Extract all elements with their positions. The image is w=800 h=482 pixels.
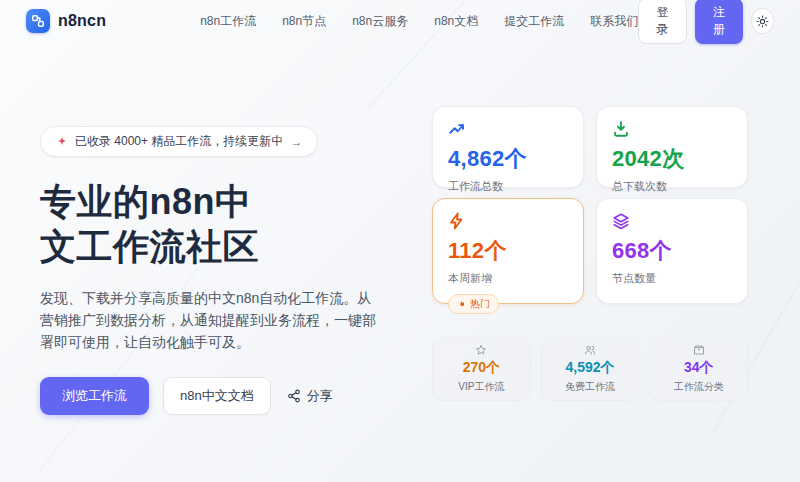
- hero-description: 发现、下载并分享高质量的中文n8n自动化工作流。从营销推广到数据分析，从通知提醒…: [40, 287, 380, 353]
- mini-stat-label: 工作流分类: [674, 380, 724, 394]
- register-button[interactable]: 注册: [695, 0, 744, 44]
- page-title: 专业的n8n中 文工作流社区: [40, 179, 385, 269]
- mini-stat-value: 34个: [684, 359, 714, 377]
- announcement-text: 已收录 4000+ 精品工作流，持续更新中: [75, 133, 283, 150]
- users-icon: [584, 344, 596, 356]
- stat-card-total-workflows[interactable]: 4,862个 工作流总数: [432, 106, 584, 188]
- arrow-right-icon: →: [290, 135, 302, 149]
- zap-icon: [448, 212, 466, 230]
- flame-icon: [457, 300, 466, 309]
- nav-item-contact[interactable]: 联系我们: [590, 13, 638, 30]
- hot-badge: 热门: [448, 294, 499, 314]
- site-logo[interactable]: n8ncn: [26, 9, 106, 33]
- nav-item-cloud[interactable]: n8n云服务: [352, 13, 408, 30]
- star-icon: [475, 344, 487, 356]
- stat-value: 112个: [448, 236, 568, 266]
- mini-card-workflow-categories[interactable]: 34个 工作流分类: [649, 337, 748, 401]
- announcement-badge[interactable]: 已收录 4000+ 精品工作流，持续更新中 →: [40, 126, 318, 157]
- share-icon: [287, 389, 301, 403]
- mini-stat-label: 免费工作流: [565, 380, 615, 394]
- stat-label: 本周新增: [448, 271, 568, 286]
- top-navigation-bar: n8ncn n8n工作流 n8n节点 n8n云服务 n8n文档 提交工作流 联系…: [0, 0, 800, 42]
- layers-icon: [612, 212, 630, 230]
- mini-card-free-workflows[interactable]: 4,592个 免费工作流: [541, 337, 640, 401]
- stat-card-node-count[interactable]: 668个 节点数量: [596, 198, 748, 304]
- stat-label: 节点数量: [612, 271, 732, 286]
- docs-button[interactable]: n8n中文文档: [163, 377, 271, 415]
- share-label: 分享: [307, 387, 333, 405]
- hot-badge-label: 热门: [470, 297, 490, 311]
- mini-stat-label: VIP工作流: [458, 380, 504, 394]
- stat-value: 2042次: [612, 144, 732, 174]
- nav-item-workflows[interactable]: n8n工作流: [200, 13, 256, 30]
- mini-stat-value: 270个: [463, 359, 500, 377]
- stat-value: 668个: [612, 236, 732, 266]
- logo-icon: [26, 9, 50, 33]
- stat-label: 工作流总数: [448, 179, 568, 194]
- mini-stats-row: 270个 VIP工作流 4,592个 免费工作流 34个 工作流分类: [432, 337, 748, 401]
- stat-card-new-this-week[interactable]: 112个 本周新增 热门: [432, 198, 584, 304]
- stat-card-total-downloads[interactable]: 2042次 总下载次数: [596, 106, 748, 188]
- stat-value: 4,862个: [448, 144, 568, 174]
- download-icon: [612, 120, 630, 138]
- page-title-line2: 文工作流社区: [40, 224, 385, 269]
- mini-card-vip-workflows[interactable]: 270个 VIP工作流: [432, 337, 531, 401]
- hero-section: 已收录 4000+ 精品工作流，持续更新中 → 专业的n8n中 文工作流社区 发…: [40, 126, 385, 415]
- spark-icon: [56, 136, 68, 148]
- category-icon: [693, 344, 705, 356]
- trending-up-icon: [448, 120, 466, 138]
- theme-toggle-button[interactable]: [751, 8, 774, 34]
- stats-grid: 4,862个 工作流总数 2042次 总下载次数 112个 本周新增 热门 66…: [432, 106, 748, 304]
- mini-stat-value: 4,592个: [565, 359, 614, 377]
- nav-item-submit[interactable]: 提交工作流: [504, 13, 564, 30]
- sun-icon: [756, 15, 769, 28]
- browse-workflows-button[interactable]: 浏览工作流: [40, 377, 149, 415]
- login-button[interactable]: 登录: [638, 0, 687, 44]
- page-title-line1: 专业的n8n中: [40, 179, 385, 224]
- stat-label: 总下载次数: [612, 179, 732, 194]
- logo-text: n8ncn: [58, 12, 106, 30]
- share-button[interactable]: 分享: [287, 387, 333, 405]
- hero-actions: 浏览工作流 n8n中文文档 分享: [40, 377, 385, 415]
- header-actions: 登录 注册: [638, 0, 774, 44]
- nav-item-nodes[interactable]: n8n节点: [282, 13, 326, 30]
- nav-item-docs[interactable]: n8n文档: [434, 13, 478, 30]
- main-nav: n8n工作流 n8n节点 n8n云服务 n8n文档 提交工作流 联系我们: [200, 13, 638, 30]
